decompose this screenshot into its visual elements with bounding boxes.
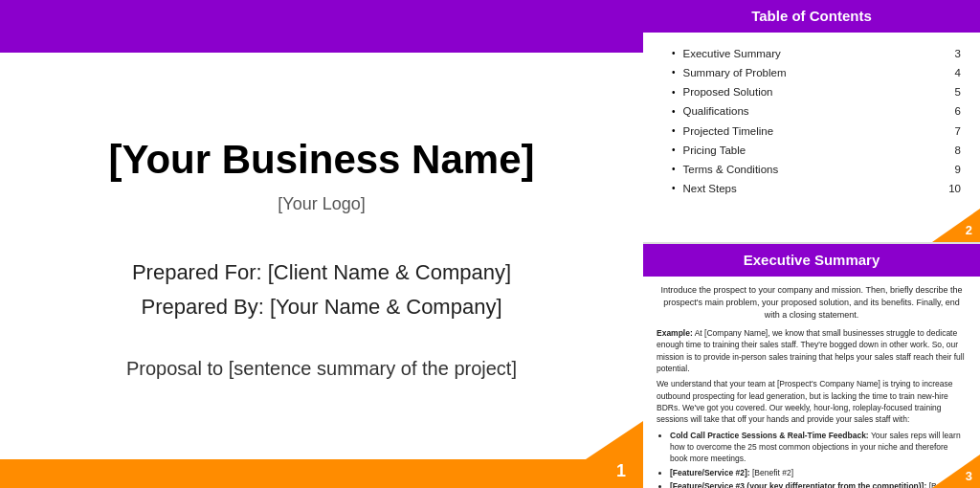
toc-item-label: Proposed Solution bbox=[683, 82, 944, 101]
slide1-content: [Your Business Name] [Your Logo] Prepare… bbox=[52, 137, 592, 380]
bullet-bold: [Feature/Service #2]: bbox=[670, 468, 750, 477]
bullet-text: [Benefit #2] bbox=[750, 468, 793, 477]
toc-item: •Pricing Table8 bbox=[672, 141, 961, 160]
prepared-by: Prepared By: [Your Name & Company] bbox=[109, 295, 535, 320]
toc-item-label: Projected Timeline bbox=[683, 122, 944, 141]
toc-item-page: 10 bbox=[948, 179, 961, 198]
prepared-for: Prepared For: [Client Name & Company] bbox=[109, 260, 535, 285]
toc-item-page: 6 bbox=[955, 101, 961, 121]
toc-item-page: 5 bbox=[955, 82, 961, 101]
toc-item: •Summary of Problem4 bbox=[672, 63, 961, 82]
toc-bullet: • bbox=[672, 161, 676, 178]
toc-item-page: 8 bbox=[955, 141, 961, 160]
proposal-text: Proposal to [sentence summary of the pro… bbox=[109, 358, 535, 380]
toc-item: •Projected Timeline7 bbox=[672, 122, 961, 141]
business-name: [Your Business Name] bbox=[109, 137, 535, 183]
toc-items-list: •Executive Summary3•Summary of Problem4•… bbox=[643, 33, 980, 198]
toc-item-label: Summary of Problem bbox=[683, 63, 944, 82]
exec-bullet-item: Cold Call Practice Sessions & Real-Time … bbox=[670, 430, 967, 465]
exec-example-label: Example: bbox=[657, 328, 693, 338]
toc-header: Table of Contents bbox=[643, 0, 980, 33]
exec-header: Executive Summary bbox=[643, 244, 980, 277]
exec-title: Executive Summary bbox=[744, 252, 880, 268]
bullet-bold: Cold Call Practice Sessions & Real-Time … bbox=[670, 431, 869, 440]
toc-item: •Executive Summary3 bbox=[672, 44, 961, 63]
slide-2-toc: Table of Contents •Executive Summary3•Su… bbox=[643, 0, 980, 244]
toc-bullet: • bbox=[672, 142, 676, 159]
slide-1: [Your Business Name] [Your Logo] Prepare… bbox=[0, 0, 643, 488]
slide1-top-bar bbox=[0, 0, 643, 53]
slide1-bottom-triangle bbox=[586, 421, 643, 459]
exec-bullet-item: [Feature/Service #3 (your key differenti… bbox=[670, 480, 967, 488]
toc-item: •Terms & Conditions9 bbox=[672, 160, 961, 179]
toc-item-page: 7 bbox=[955, 122, 961, 141]
exec-example-text: At [Company Name], we know that small bu… bbox=[657, 328, 965, 373]
toc-item: •Qualifications6 bbox=[672, 101, 961, 121]
toc-item-label: Pricing Table bbox=[683, 141, 944, 160]
exec-understand: We understand that your team at [Prospec… bbox=[657, 378, 967, 425]
toc-item-page: 9 bbox=[955, 160, 961, 179]
toc-item: •Proposed Solution5 bbox=[672, 82, 961, 101]
slide1-bottom-bar bbox=[0, 459, 643, 488]
bullet-bold: [Feature/Service #3 (your key differenti… bbox=[670, 481, 926, 488]
logo-placeholder: [Your Logo] bbox=[109, 194, 535, 214]
toc-item-page: 4 bbox=[955, 63, 961, 82]
exec-example: Example: At [Company Name], we know that… bbox=[657, 327, 967, 374]
slide-3-exec: Executive Summary Introduce the prospect… bbox=[643, 244, 980, 488]
slide2-triangle bbox=[932, 209, 980, 242]
slide3-triangle bbox=[932, 455, 980, 488]
toc-item-label: Next Steps bbox=[683, 179, 938, 198]
exec-intro: Introduce the prospect to your company a… bbox=[657, 284, 967, 322]
slide1-page-number: 1 bbox=[616, 461, 626, 481]
exec-bullet-list: Cold Call Practice Sessions & Real-Time … bbox=[657, 430, 967, 488]
toc-item-label: Terms & Conditions bbox=[683, 160, 944, 179]
slide3-page-number: 3 bbox=[966, 469, 972, 483]
toc-bullet: • bbox=[672, 103, 676, 121]
exec-content: Introduce the prospect to your company a… bbox=[643, 277, 980, 488]
toc-item-page: 3 bbox=[955, 44, 961, 63]
toc-bullet: • bbox=[672, 122, 676, 140]
exec-bullet-item: [Feature/Service #2]: [Benefit #2] bbox=[670, 467, 967, 478]
toc-bullet: • bbox=[672, 84, 676, 101]
toc-item: •Next Steps10 bbox=[672, 179, 961, 198]
toc-title: Table of Contents bbox=[751, 8, 872, 24]
toc-bullet: • bbox=[672, 45, 676, 62]
toc-bullet: • bbox=[672, 180, 676, 197]
slide2-page-number: 2 bbox=[966, 223, 972, 237]
toc-item-label: Qualifications bbox=[683, 101, 944, 121]
toc-bullet: • bbox=[672, 64, 676, 81]
toc-item-label: Executive Summary bbox=[683, 44, 944, 63]
right-panel: Table of Contents •Executive Summary3•Su… bbox=[643, 0, 980, 488]
